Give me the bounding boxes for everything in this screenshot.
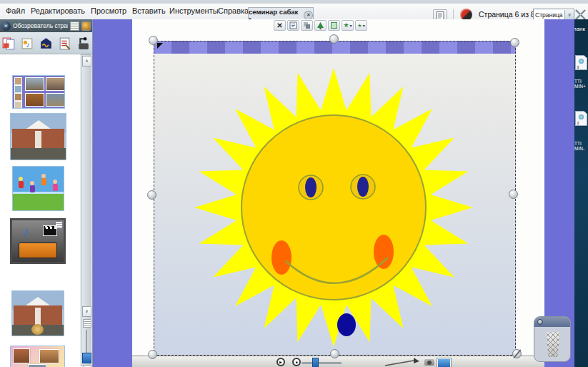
thumbnail-zoom-handle[interactable] [82,353,91,363]
picture-tool-button[interactable] [314,20,327,31]
menu-view[interactable]: Просмотр [91,6,126,15]
file-type-badge [579,114,584,119]
trash-widget-button[interactable] [537,319,543,325]
thumbnail-list: ♪ [0,54,80,367]
desktop-folder-label: ланк [574,26,585,32]
panel-tab-strip: ♪ [0,32,92,54]
thumbnail-scrollbar[interactable]: ∧ ∨ [81,54,91,366]
sun-left-cheek [271,240,291,275]
selection-handle-mid-right[interactable] [509,190,518,199]
music-note-graphic: ♪ [22,225,29,240]
folder-graphic [19,243,57,258]
document-camera-tab-icon[interactable] [76,36,91,51]
thumbnail-school-building-2[interactable] [11,290,64,336]
desktop-file-icon-2[interactable]: 3 [575,111,587,126]
page-indicator: Страница 6 из 8 [479,10,535,19]
page-sorter-panel: « Обозреватель страниц ♪ [0,19,93,367]
panel-pin-icon[interactable] [81,21,91,31]
selection-handle-top-right[interactable] [510,38,519,47]
sun-right-cheek [374,235,394,269]
clone-button[interactable] [301,20,313,31]
scroll-down-button[interactable]: ∨ [82,306,91,317]
sun-face [241,115,426,300]
seek-slider-handle[interactable] [312,358,319,367]
collapse-arrows-icon[interactable] [575,9,586,20]
selection-handle-bottom-left[interactable] [148,350,157,359]
menu-tools[interactable]: Инструменты [169,6,219,15]
selection-handle-mid-left[interactable] [147,190,156,200]
menu-bar: Файл Редактировать Просмотр Вставить Инс… [0,4,588,20]
sun-left-pupil [305,177,317,197]
sun-picture-object[interactable] [154,41,516,356]
desktop-strip: ланк 3 TTI MIN+ 3 TTI MIN- [574,19,588,367]
file-type-badge [579,59,584,64]
panel-title: Обозреватель страниц [13,22,68,29]
area-icon [330,21,338,29]
trash-widget-header [534,317,570,327]
delete-object-button[interactable]: ✕ [274,20,286,31]
panel-menu-icon[interactable] [70,21,79,31]
stop-button[interactable]: ■ [292,358,301,366]
object-toolbar: ✕ ★▾ ★▾ [274,20,367,31]
thumbnail-photo-collage[interactable] [10,346,65,367]
clapperboard-graphic [43,225,57,236]
zoom-view-value: Страница целиком [534,11,564,19]
desktop-file-icon-1[interactable]: 3 [575,55,587,70]
resize-slash-icon [513,349,521,358]
play-button[interactable]: ▶ [276,358,285,366]
sun-right-pupil [357,177,369,197]
thumbnail-collage-page[interactable] [12,75,65,109]
attachments-tab-icon[interactable] [39,36,54,51]
caret-down-icon: ▾ [350,23,352,28]
shapes-star-small-button[interactable]: ★▾ [355,20,367,31]
whiteboard-canvas[interactable]: ▶ ■ ✕ [93,19,574,367]
svg-text:♪: ♪ [26,39,30,48]
clipboard-button[interactable] [287,20,299,31]
thumbnail-cartoon-children[interactable] [12,166,64,211]
tree-icon [317,21,324,29]
capture-area-button[interactable] [328,20,340,31]
smart-notebook-screen: { "menubar": { "items": ["Файл", "Редакт… [0,0,588,367]
properties-tab-icon[interactable] [57,36,72,51]
clipboard-icon [289,21,297,29]
notebook-page[interactable]: ▶ ■ [132,19,544,367]
caret-down-icon: ▾ [363,23,365,28]
seek-slider-track[interactable] [302,362,342,364]
thumbnail-media-folder-page-current[interactable]: ♪ [10,218,66,264]
desktop-file-label-1: TTI MIN+ [574,79,588,89]
shapes-star-button[interactable]: ★▾ [342,20,354,31]
media-control-bar: ▶ ■ [132,356,544,367]
selection-handle-bottom-center[interactable] [330,349,339,358]
selection-handle-resize-bottom-right[interactable] [512,349,522,358]
sun-drawing [154,41,516,356]
menu-insert[interactable]: Вставить [132,6,166,15]
desktop-file-label-2: TTI MIN- [574,141,588,151]
panel-header: « Обозреватель страниц [0,19,92,32]
toolbar-divider [453,9,454,20]
picture-thumbnail-icon[interactable] [437,358,451,367]
clone-icon [303,21,311,29]
selection-handle-top-center[interactable] [329,34,339,44]
select-dropdown-arrow-icon[interactable]: ∨ [564,10,574,20]
scroll-up-button[interactable]: ∧ [82,56,91,67]
selection-handle-top-left[interactable] [149,36,158,45]
menu-file[interactable]: Файл [6,6,25,15]
sun-chin-dot [337,313,356,336]
gallery-tab-icon[interactable]: ♪ [20,36,35,51]
panel-collapse-button[interactable]: « [1,21,11,31]
menu-edit[interactable]: Редактировать [31,6,85,15]
page-sorter-tab-icon[interactable] [1,36,16,51]
volume-control-icon[interactable] [384,358,421,367]
capture-camera-icon[interactable] [424,359,434,366]
menu-help[interactable]: Справка [218,6,249,15]
trash-basket-icon [544,331,562,357]
thumbnail-size-small-icon[interactable] [83,319,91,328]
trash-widget[interactable] [534,316,571,362]
rotation-anchor [157,43,163,49]
thumbnail-school-building[interactable] [10,113,66,160]
